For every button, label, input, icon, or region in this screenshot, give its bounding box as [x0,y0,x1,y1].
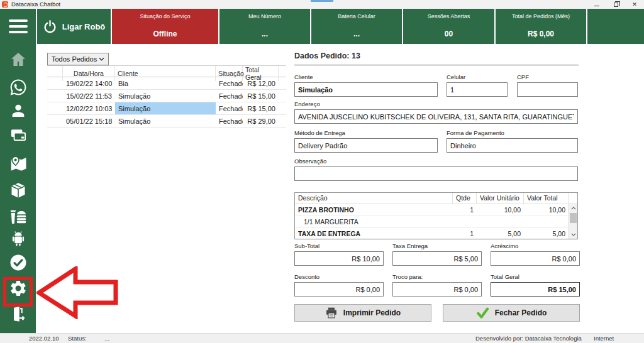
package-icon [9,182,27,199]
printer-icon [325,307,338,319]
power-icon [43,19,57,34]
order-details-panel: Dados Pedido: 13 Cliente Celular CPF End… [294,44,580,333]
taxa-entrega-field[interactable] [392,251,482,266]
connection-label: Internet [594,335,614,342]
troco-para-field[interactable] [392,282,482,297]
sidebar-item-exit[interactable] [0,305,36,323]
sidebar-item-settings[interactable] [0,279,36,298]
taskbar-peek-strip [311,0,333,2]
monthly-orders-panel: Total de Pedidos (Mês) R$ 0,00 [496,9,586,44]
cliente-field[interactable] [294,82,438,97]
sidebar-item-contacts[interactable] [0,102,36,119]
order-details-title: Dados Pedido: 13 [294,52,360,60]
subtotal-field[interactable] [294,251,384,266]
sidebar-item-home[interactable] [0,51,36,68]
open-sessions-panel: Sessões Abertas 00 [403,9,494,44]
green-check-icon [476,307,489,319]
my-number-panel: Meu Número ... [219,9,310,44]
contacts-icon [9,102,27,119]
whatsapp-icon [9,78,28,97]
sidebar-item-payments[interactable] [0,126,36,144]
restore-button[interactable] [606,0,625,9]
scroll-up-icon[interactable] [569,204,577,212]
endereco-field[interactable] [294,109,578,124]
service-status-panel: Situação do Serviço Offline [112,9,218,44]
minimize-button[interactable] [587,0,606,9]
desconto-field[interactable] [294,282,384,297]
order-items-table: Descrição Qtde Valor Unitário Valor Tota… [294,192,578,239]
orders-table-header: Data/Hora Cliente Situação Total Geral [47,66,286,77]
orders-table: Data/Hora Cliente Situação Total Geral 1… [47,65,286,128]
divider [294,65,579,65]
app-window: Datacaixa Chatbot ✕ Ligar Robô Situação … [0,0,644,343]
order-row[interactable]: 15/02/22 11:53 Simulação Fechado R$ 15,0… [47,90,286,102]
fastfood-icon [9,207,28,226]
fechar-pedido-button[interactable]: Fechar Pedido [443,304,580,322]
close-button[interactable]: ✕ [625,0,644,9]
exit-icon [9,305,27,323]
restore-icon [614,3,618,7]
home-icon [9,51,27,68]
item-row[interactable]: TAXA DE ENTREGA 1 5,00 5,00 [295,228,577,240]
order-row-selected[interactable]: 12/02/22 10:03 Simulação Fechado R$ 15,0… [47,102,286,115]
window-title: Datacaixa Chatbot [11,0,60,9]
imprimir-pedido-button[interactable]: Imprimir Pedido [294,304,431,322]
sidebar-item-menu-items[interactable] [0,207,36,226]
developed-by-label: Desenvolvido por: Datacaixa Tecnologia [475,335,582,342]
sidebar-nav [0,44,36,333]
toolbar-filler [587,9,644,44]
sidebar-item-map[interactable] [0,155,36,173]
order-row[interactable]: 05/01/22 15:18 Simulação Fechado R$ 29,0… [47,115,286,128]
total-geral-field[interactable] [491,282,580,297]
observacao-field[interactable] [294,166,578,181]
status-bar: 2022.02.10 Status: ... Desenvolvido por:… [0,333,644,343]
version-label: 2022.02.10 [29,335,59,342]
ligar-robo-label: Ligar Robô [62,22,106,31]
status-label: Status: [68,335,87,342]
forma-pagamento-field[interactable] [447,138,578,153]
item-row[interactable]: PIZZA BROTINHO 1 10,00 10,00 [295,204,577,216]
menu-toggle-button[interactable] [0,9,36,44]
order-items-header: Descrição Qtde Valor Unitário Valor Tota… [295,193,577,204]
map-icon [9,155,28,173]
sidebar-item-confirm[interactable] [0,253,36,272]
status-value: ... [104,335,109,342]
order-row[interactable]: 19/02/22 14:00 Bia Fechado R$ 12,00 [47,77,286,90]
acrescimo-field[interactable] [491,251,580,266]
minimize-icon [594,6,599,6]
app-logo-icon [2,1,8,8]
payment-cards-icon [9,126,27,144]
items-scrollbar[interactable] [569,204,577,239]
ligar-robo-button[interactable]: Ligar Robô [37,9,111,44]
android-icon [9,230,27,248]
sidebar-item-android[interactable] [0,230,36,248]
settings-gear-icon [9,279,28,298]
cpf-field[interactable] [517,82,578,97]
orders-filter-dropdown[interactable]: Todos Pedidos [47,53,109,65]
top-toolbar: Ligar Robô Situação do Serviço Offline M… [0,9,644,44]
metodo-entrega-field[interactable] [294,138,438,153]
status-badge: Offline [114,30,216,38]
check-circle-icon [9,253,28,272]
celular-field[interactable] [447,82,508,97]
battery-panel: Bateria Celular ... [311,9,402,44]
main-content: Todos Pedidos Data/Hora Cliente Situação… [36,44,644,333]
sidebar-item-products[interactable] [0,182,36,199]
scroll-down-icon[interactable] [569,231,577,239]
scrollbar-thumb[interactable] [570,213,577,223]
hamburger-icon [9,19,28,23]
chevron-down-icon [99,57,104,61]
item-row[interactable]: 1/1 MARGUERITA [295,216,577,228]
sidebar-item-whatsapp[interactable] [0,78,36,97]
selected-cell: Simulação [115,102,216,114]
